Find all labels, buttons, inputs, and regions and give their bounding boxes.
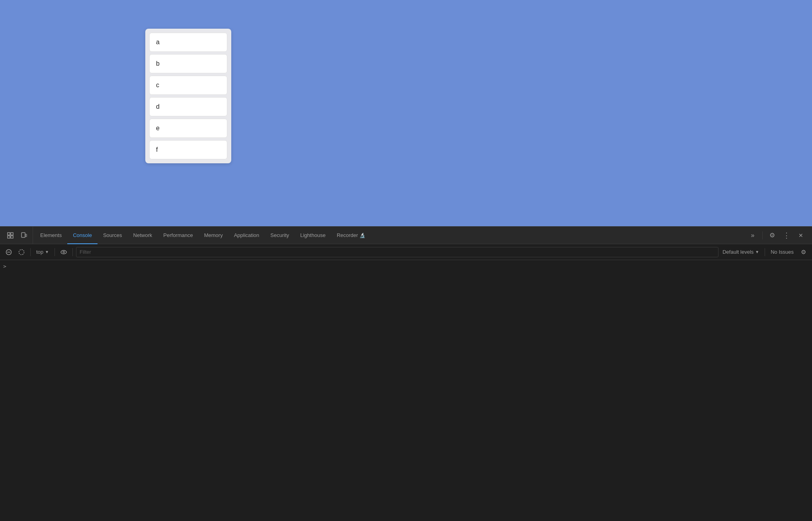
tab-lighthouse[interactable]: Lighthouse (295, 227, 331, 244)
inspect-element-button[interactable] (4, 229, 17, 242)
devtools-tabbar: Elements Console Sources Network Perform… (0, 227, 812, 244)
devtools-left-icons (2, 227, 33, 244)
settings-button[interactable]: ⚙ (766, 229, 779, 242)
svg-rect-5 (25, 234, 27, 237)
context-dropdown-icon: ▼ (45, 250, 49, 254)
context-label: top (36, 249, 43, 255)
eye-button[interactable] (58, 247, 69, 258)
svg-rect-2 (8, 236, 10, 238)
show-issues-button[interactable] (16, 247, 27, 258)
clear-console-button[interactable] (3, 247, 14, 258)
devtools-right-controls: » ⚙ ⋮ ✕ (743, 227, 810, 244)
list-item[interactable]: d (149, 97, 227, 116)
tab-application[interactable]: Application (228, 227, 265, 244)
list-item[interactable]: f (149, 140, 227, 159)
devtools-panel: Elements Console Sources Network Perform… (0, 226, 812, 521)
no-issues-button[interactable]: No Issues (768, 247, 796, 257)
default-levels-label: Default levels (722, 249, 753, 255)
default-levels-button[interactable]: Default levels ▼ (720, 247, 761, 257)
console-toolbar: top ▼ Default levels ▼ No Issues ⚙ (0, 244, 812, 260)
device-toolbar-button[interactable] (18, 229, 30, 242)
tab-memory[interactable]: Memory (199, 227, 228, 244)
svg-point-10 (63, 251, 64, 253)
svg-rect-0 (8, 233, 10, 235)
recorder-icon: 🔬 (359, 233, 365, 238)
context-selector[interactable]: top ▼ (34, 247, 51, 257)
list-item[interactable]: b (149, 54, 227, 73)
console-content: > (0, 260, 812, 521)
svg-point-9 (61, 250, 66, 254)
tab-network[interactable]: Network (128, 227, 158, 244)
list-item[interactable]: a (149, 33, 227, 52)
svg-rect-4 (21, 233, 25, 237)
toolbar-divider-1 (30, 248, 31, 256)
toolbar-divider-2 (55, 248, 55, 256)
toolbar-divider-3 (72, 248, 73, 256)
toolbar-divider-4 (765, 248, 765, 256)
console-settings-button[interactable]: ⚙ (798, 247, 809, 258)
filter-input[interactable] (76, 247, 718, 257)
tab-divider (762, 231, 763, 239)
browser-content: a b c d e f (0, 0, 812, 226)
close-devtools-button[interactable]: ✕ (794, 229, 807, 242)
list-item[interactable]: e (149, 119, 227, 138)
devtools-tabs: Elements Console Sources Network Perform… (35, 227, 743, 244)
console-prompt-arrow: > (3, 263, 6, 269)
no-issues-label: No Issues (771, 249, 794, 255)
list-item[interactable]: c (149, 76, 227, 95)
tab-elements[interactable]: Elements (35, 227, 67, 244)
tab-performance[interactable]: Performance (158, 227, 198, 244)
card-container: a b c d e f (145, 29, 231, 163)
svg-rect-3 (11, 236, 13, 238)
console-prompt-line[interactable]: > (3, 262, 809, 271)
svg-rect-1 (11, 233, 13, 235)
default-levels-dropdown-icon: ▼ (755, 250, 759, 254)
tab-security[interactable]: Security (265, 227, 295, 244)
tab-console[interactable]: Console (67, 227, 98, 244)
svg-point-8 (19, 249, 24, 255)
tab-recorder[interactable]: Recorder 🔬 (331, 227, 371, 244)
more-options-button[interactable]: ⋮ (780, 229, 793, 242)
tab-sources[interactable]: Sources (98, 227, 128, 244)
more-tabs-button[interactable]: » (746, 229, 759, 242)
